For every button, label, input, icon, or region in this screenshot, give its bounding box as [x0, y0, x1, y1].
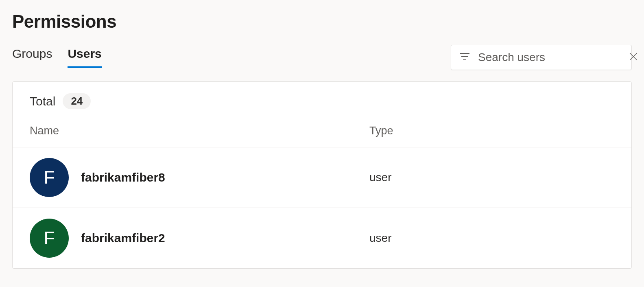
- avatar: F: [30, 158, 69, 197]
- column-header-name[interactable]: Name: [30, 125, 369, 137]
- user-type: user: [369, 232, 391, 245]
- tab-users[interactable]: Users: [68, 47, 101, 68]
- table-row[interactable]: F fabrikamfiber2 user: [13, 208, 631, 268]
- search-box[interactable]: [451, 45, 632, 70]
- tab-groups[interactable]: Groups: [12, 47, 52, 68]
- avatar: F: [30, 219, 69, 258]
- table-row[interactable]: F fabrikamfiber8 user: [13, 147, 631, 208]
- search-input[interactable]: [478, 51, 624, 64]
- user-type: user: [369, 171, 391, 184]
- row-name-cell: F fabrikamfiber2: [30, 219, 369, 258]
- header-row: Groups Users: [12, 45, 632, 70]
- total-label: Total: [30, 94, 55, 108]
- user-name: fabrikamfiber2: [81, 231, 165, 245]
- total-row: Total 24: [13, 82, 631, 117]
- column-header-type[interactable]: Type: [369, 125, 393, 137]
- row-name-cell: F fabrikamfiber8: [30, 158, 369, 197]
- table-header: Name Type: [13, 117, 631, 147]
- close-icon[interactable]: [629, 52, 638, 63]
- tabs: Groups Users: [12, 47, 102, 68]
- user-name: fabrikamfiber8: [81, 171, 165, 184]
- users-panel: Total 24 Name Type F fabrikamfiber8 user…: [12, 81, 632, 269]
- total-badge: 24: [63, 93, 91, 109]
- filter-icon: [459, 53, 470, 62]
- page-title: Permissions: [12, 11, 632, 32]
